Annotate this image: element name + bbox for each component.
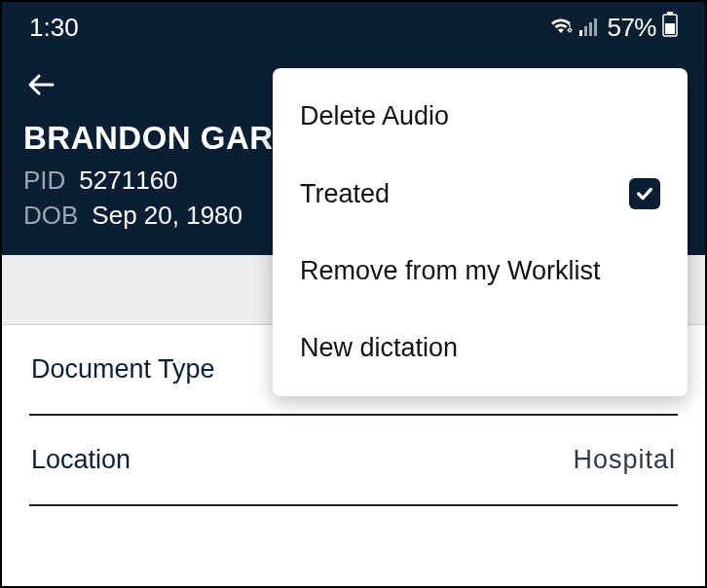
status-time: 1:30 (29, 13, 79, 43)
svg-rect-3 (594, 18, 597, 36)
treated-checkbox[interactable] (629, 178, 660, 209)
svg-rect-1 (584, 26, 587, 36)
menu-delete-audio[interactable]: Delete Audio (273, 78, 688, 155)
check-icon (634, 183, 655, 204)
status-indicators: 57% (548, 12, 678, 44)
location-label: Location (31, 445, 130, 475)
location-value: Hospital (573, 445, 676, 475)
menu-new-dictation-label: New dictation (300, 333, 458, 363)
battery-icon (662, 12, 678, 44)
context-menu: Delete Audio Treated Remove from my Work… (273, 68, 688, 396)
svg-rect-0 (579, 30, 582, 36)
wifi-icon (548, 13, 574, 43)
svg-rect-2 (589, 22, 592, 36)
menu-remove-worklist-label: Remove from my Worklist (300, 256, 601, 286)
signal-icon (579, 13, 601, 43)
menu-treated-label: Treated (300, 179, 390, 209)
pid-label: PID (23, 163, 65, 198)
battery-percent: 57% (607, 13, 656, 43)
menu-treated[interactable]: Treated (273, 155, 688, 233)
dob-value: Sep 20, 1980 (92, 198, 242, 233)
dob-label: DOB (23, 198, 78, 233)
back-icon[interactable] (23, 89, 58, 105)
location-row[interactable]: Location Hospital (29, 416, 678, 506)
menu-remove-worklist[interactable]: Remove from my Worklist (273, 233, 688, 310)
menu-delete-audio-label: Delete Audio (300, 101, 449, 131)
status-bar: 1:30 57% (2, 2, 705, 50)
menu-new-dictation[interactable]: New dictation (273, 310, 688, 386)
pid-value: 5271160 (79, 163, 177, 198)
svg-rect-6 (665, 23, 675, 34)
document-type-label: Document Type (31, 354, 215, 385)
